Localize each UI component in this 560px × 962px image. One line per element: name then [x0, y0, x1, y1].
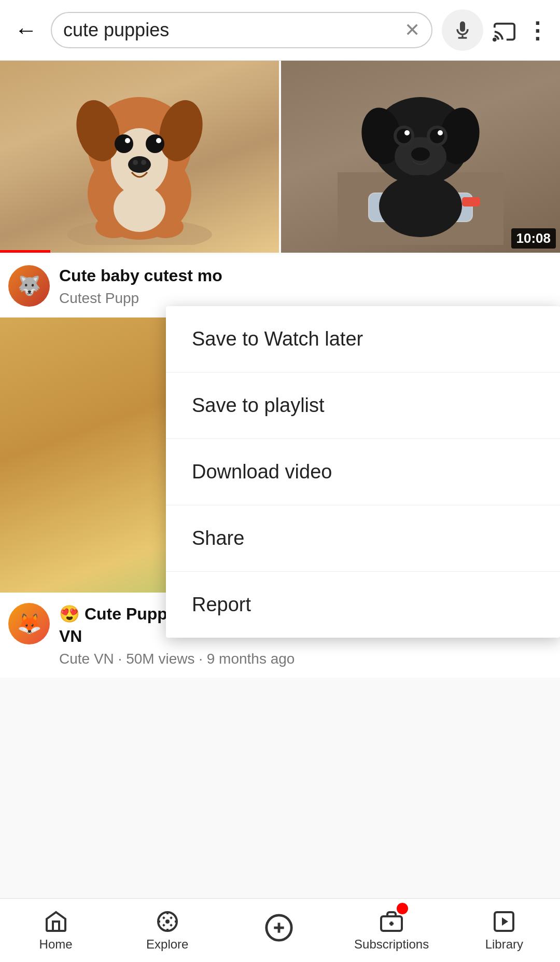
svg-point-27 [404, 130, 410, 135]
channel-name-2: Cute VN · 50M views · 9 months ago [59, 651, 517, 667]
context-menu: Save to Watch laterSave to playlistDownl… [166, 306, 560, 638]
explore-icon [155, 907, 180, 934]
svg-point-32 [379, 175, 462, 237]
svg-rect-20 [462, 197, 480, 207]
channel-avatar-1[interactable]: 🐺 [8, 265, 50, 307]
svg-point-9 [125, 138, 130, 143]
add-icon [264, 913, 294, 943]
search-bar[interactable]: cute puppies ✕ [51, 12, 432, 48]
svg-marker-64 [502, 917, 508, 926]
home-icon [44, 907, 68, 934]
video-thumb-1[interactable] [0, 61, 279, 253]
svg-point-29 [430, 129, 444, 143]
library-icon [492, 907, 516, 934]
video-info-1: Cute baby cutest mo Cutest Pupp [59, 265, 552, 307]
svg-point-10 [146, 134, 164, 153]
cast-icon [493, 20, 516, 44]
nav-add[interactable] [243, 913, 315, 946]
home-label: Home [39, 937, 73, 952]
svg-point-8 [115, 134, 133, 153]
video-thumb-2[interactable]: 10:08 [281, 61, 560, 253]
svg-point-1 [493, 37, 497, 42]
library-label: Library [485, 937, 523, 952]
search-input[interactable]: cute puppies [63, 19, 398, 41]
video-title-1: Cute baby cutest mo [59, 265, 552, 287]
subscriptions-icon [379, 907, 404, 934]
nav-subscriptions[interactable]: Subscriptions [354, 907, 429, 952]
explore-label: Explore [146, 937, 188, 952]
nav-explore[interactable]: Explore [131, 907, 204, 952]
channel-avatar-2[interactable]: 🦊 [8, 603, 50, 644]
video-row-1: 10:08 [0, 61, 560, 253]
context-menu-report[interactable]: Report [166, 572, 560, 638]
context-menu-download-video[interactable]: Download video [166, 439, 560, 505]
context-menu-save-playlist[interactable]: Save to playlist [166, 373, 560, 439]
mic-icon [452, 20, 473, 40]
context-menu-share[interactable]: Share [166, 505, 560, 572]
puppy-art-2 [338, 68, 503, 245]
nav-library[interactable]: Library [468, 907, 540, 952]
channel-name-1: Cutest Pupp [59, 290, 552, 307]
svg-point-14 [141, 160, 146, 165]
more-options-button[interactable]: ⋮ [526, 17, 550, 44]
nav-home[interactable]: Home [20, 907, 92, 952]
puppy-art-1 [57, 68, 222, 245]
clear-button[interactable]: ✕ [404, 19, 420, 41]
svg-point-31 [411, 147, 430, 161]
svg-point-11 [156, 138, 161, 143]
mic-button[interactable] [442, 9, 483, 51]
back-button[interactable]: ← [10, 17, 41, 43]
svg-point-13 [133, 160, 138, 165]
cast-button[interactable] [493, 17, 516, 43]
svg-point-17 [114, 185, 165, 232]
subscriptions-badge [397, 903, 408, 914]
video-duration-2: 10:08 [511, 228, 556, 249]
svg-point-30 [438, 130, 443, 135]
subscriptions-label: Subscriptions [354, 937, 429, 952]
svg-point-26 [397, 129, 411, 143]
bottom-nav: Home Explore [0, 898, 560, 962]
video-progress-1 [0, 250, 50, 253]
context-menu-save-watch-later[interactable]: Save to Watch later [166, 306, 560, 373]
svg-point-12 [128, 156, 151, 173]
svg-point-56 [166, 920, 169, 923]
header: ← cute puppies ✕ ⋮ [0, 0, 560, 61]
